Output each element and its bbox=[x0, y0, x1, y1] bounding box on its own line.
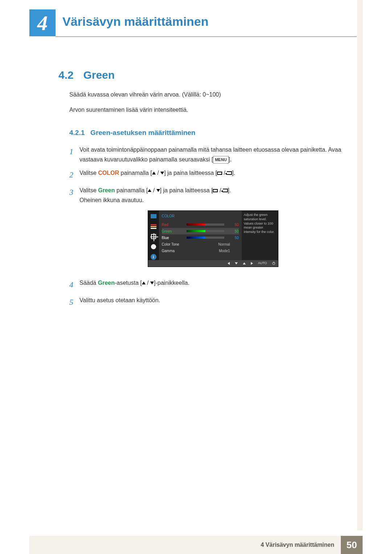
resize-icon bbox=[150, 233, 157, 240]
step-number: 4 bbox=[69, 278, 79, 291]
step-body: Valitse COLOR painamalla [ / ] ja paina … bbox=[79, 168, 346, 178]
osd-value: 50 bbox=[226, 228, 239, 234]
step-body: Säädä Green-asetusta [ / ]-painikkeella. bbox=[79, 278, 346, 288]
osd-value: Normal bbox=[187, 241, 230, 247]
step-body: Valitse Green painamalla [ / ] ja paina … bbox=[79, 185, 346, 274]
osd-center-panel: COLOR Red 50 Green 50 bbox=[159, 211, 242, 260]
up-arrow-icon bbox=[148, 189, 151, 192]
section-number: 4.2 bbox=[58, 69, 74, 81]
left-arrow-icon bbox=[228, 262, 230, 265]
osd-value: 50 bbox=[226, 235, 239, 241]
osd-row-red: Red 50 bbox=[162, 221, 239, 228]
up-arrow-icon bbox=[142, 282, 146, 284]
keyword-color: COLOR bbox=[98, 170, 119, 176]
monitor-icon bbox=[150, 213, 157, 219]
subsection-number: 4.2.1 bbox=[69, 129, 85, 136]
osd-screenshot: i COLOR Red 50 Green bbox=[148, 210, 278, 267]
keyword-green: Green bbox=[98, 280, 115, 286]
osd-footer: AUTO bbox=[148, 260, 278, 267]
step-5: 5 Valittu asetus otetaan käyttöön. bbox=[69, 295, 346, 309]
chapter-title: Värisävyn määrittäminen bbox=[62, 15, 209, 29]
source-icon bbox=[217, 172, 222, 175]
subsection-title: Green-asetuksen määrittäminen bbox=[90, 129, 195, 136]
page-footer: 4 Värisävyn määrittäminen 50 bbox=[29, 536, 363, 554]
step-1: 1 Voit avata toimintonäppäinoppaan paina… bbox=[69, 145, 346, 164]
power-icon bbox=[272, 262, 275, 265]
step-body: Voit avata toimintonäppäinoppaan painama… bbox=[79, 145, 346, 164]
osd-label: Gamma bbox=[162, 248, 184, 254]
osd-label: Green bbox=[162, 228, 184, 234]
source-icon bbox=[213, 189, 218, 192]
osd-row-green: Green 50 bbox=[162, 228, 239, 234]
step-3: 3 Valitse Green painamalla [ / ] ja pain… bbox=[69, 185, 346, 274]
subsection-heading: 4.2.1 Green-asetuksen määrittäminen bbox=[69, 129, 346, 137]
footer-chapter-label: 4 Värisävyn määrittäminen bbox=[29, 536, 341, 554]
chapter-number: 4 bbox=[37, 11, 48, 35]
step-body: Valittu asetus otetaan käyttöön. bbox=[79, 295, 346, 305]
step-number: 3 bbox=[69, 185, 79, 199]
up-arrow-icon bbox=[152, 172, 156, 175]
info-icon: i bbox=[150, 254, 157, 260]
page-number: 50 bbox=[341, 536, 363, 554]
step-2: 2 Valitse COLOR painamalla [ / ] ja pain… bbox=[69, 168, 346, 181]
osd-value: 50 bbox=[226, 222, 239, 228]
up-arrow-icon bbox=[243, 262, 246, 264]
osd-title: COLOR bbox=[162, 213, 239, 219]
keyword-green: Green bbox=[98, 187, 115, 193]
down-arrow-icon bbox=[156, 189, 160, 192]
step-number: 2 bbox=[69, 168, 79, 181]
chapter-rule bbox=[56, 36, 357, 37]
osd-value: Mode1 bbox=[187, 248, 230, 254]
steps-list: 1 Voit avata toimintonäppäinoppaan paina… bbox=[69, 145, 346, 309]
gear-icon bbox=[150, 243, 157, 250]
osd-label: Blue bbox=[162, 235, 184, 241]
osd-label: Red bbox=[162, 222, 184, 228]
color-bars-icon bbox=[150, 223, 157, 230]
osd-row-gamma: Gamma Mode1 bbox=[162, 247, 239, 254]
osd-slider-blue bbox=[187, 237, 224, 239]
intro-p1: Säädä kuvassa olevan vihreän värin arvoa… bbox=[69, 90, 346, 99]
step-4: 4 Säädä Green-asetusta [ / ]-painikkeell… bbox=[69, 278, 346, 291]
osd-slider-red bbox=[187, 223, 224, 226]
section-heading: 4.2 Green bbox=[40, 69, 346, 81]
intro-p2: Arvon suurentaminen lisää värin intensit… bbox=[69, 106, 346, 114]
osd-help-text: Adjust the green saturation level. Value… bbox=[242, 211, 278, 260]
osd-slider-green bbox=[187, 230, 224, 232]
down-arrow-icon bbox=[235, 262, 238, 264]
osd-footer-auto: AUTO bbox=[258, 260, 267, 266]
osd-sidebar: i bbox=[148, 211, 159, 260]
right-arrow-icon bbox=[251, 262, 253, 265]
section-title: Green bbox=[83, 69, 115, 81]
chapter-number-tab: 4 bbox=[29, 9, 56, 36]
osd-label: Color Tone bbox=[162, 241, 184, 247]
content-area: 4.2 Green Säädä kuvassa olevan vihreän v… bbox=[29, 58, 357, 312]
enter-icon bbox=[227, 171, 232, 175]
down-arrow-icon bbox=[160, 172, 164, 175]
osd-row-blue: Blue 50 bbox=[162, 234, 239, 241]
menu-button-icon: MENU bbox=[213, 156, 228, 164]
down-arrow-icon bbox=[150, 282, 154, 284]
osd-row-tone: Color Tone Normal bbox=[162, 241, 239, 247]
enter-icon bbox=[223, 189, 228, 192]
step-number: 5 bbox=[69, 295, 79, 309]
step-number: 1 bbox=[69, 145, 79, 158]
